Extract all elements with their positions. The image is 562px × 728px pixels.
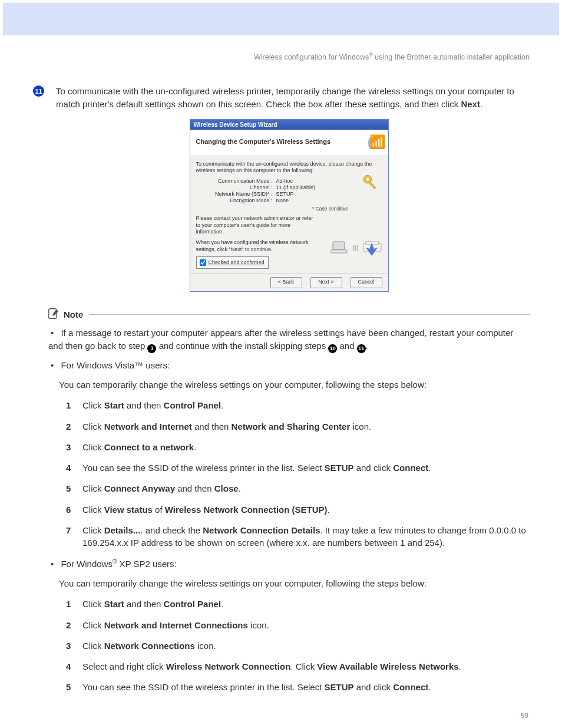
running-header: Wireless configuration for Windows® usin… bbox=[48, 52, 530, 61]
wizard-dialog: Wireless Device Setup Wizard Changing th… bbox=[190, 119, 389, 292]
wizard-body: To communicate with the un-configured wi… bbox=[190, 156, 388, 274]
vista-step-2: Click Network and Internet and then Netw… bbox=[66, 420, 530, 433]
vista-step-7: Click Details.... and check the Network … bbox=[66, 524, 530, 549]
vista-step-3: Click Connect to a network. bbox=[66, 441, 530, 453]
note-item-3: For Windows® XP SP2 users: You can tempo… bbox=[48, 558, 530, 694]
note-3b: XP SP2 users: bbox=[117, 559, 176, 569]
step-number-11: 11 bbox=[33, 85, 44, 97]
vista-intro: You can temporarily change the wireless … bbox=[59, 378, 530, 391]
wifi-waves-icon: ))) bbox=[353, 245, 359, 251]
svg-rect-3 bbox=[333, 242, 345, 250]
wizard-when: When you have configured the wireless ne… bbox=[196, 239, 320, 253]
step-11-text-c: . bbox=[480, 99, 482, 109]
comm-mode-label: Communication Mode : bbox=[196, 178, 276, 184]
note-1b: and continue with the install skipping s… bbox=[156, 341, 328, 351]
comm-mode-value: Ad-hoc bbox=[276, 178, 293, 184]
xp-step-3: Click Network Connections icon. bbox=[66, 640, 530, 652]
next-button[interactable]: Next > bbox=[310, 277, 342, 288]
xp-step-4: Select and right click Wireless Network … bbox=[66, 660, 530, 673]
note-list: If a message to restart your computer ap… bbox=[48, 327, 530, 693]
note-icon bbox=[47, 307, 60, 322]
page-number: 59 bbox=[48, 711, 530, 720]
wizard-header: Changing the Computer's Wireless Setting… bbox=[190, 130, 388, 156]
note-item-1: If a message to restart your computer ap… bbox=[48, 327, 530, 353]
step-11: 11 To communicate with the un-configured… bbox=[48, 85, 530, 111]
checked-confirmed-checkbox[interactable] bbox=[199, 259, 206, 266]
header-band bbox=[3, 3, 559, 35]
note-label: Note bbox=[64, 309, 83, 319]
laptop-printer-icon: ))) bbox=[330, 241, 382, 255]
wizard-contact: Please contact your network administrato… bbox=[196, 215, 314, 236]
xp-step-5: You can see the SSID of the wireless pri… bbox=[66, 681, 530, 693]
ssid-value: SETUP bbox=[276, 191, 294, 197]
svg-point-1 bbox=[366, 177, 369, 180]
note-heading: Note bbox=[47, 307, 530, 322]
case-sensitive-note: * Case sensitive bbox=[279, 206, 382, 212]
vista-steps: Click Start and then Control Panel. Clic… bbox=[66, 399, 530, 549]
xp-intro: You can temporarily change the wireless … bbox=[59, 577, 530, 589]
svg-rect-4 bbox=[330, 250, 347, 253]
registered-mark: ® bbox=[369, 52, 373, 58]
xp-step-1: Click Start and then Control Panel. bbox=[66, 598, 530, 610]
inline-step-3: 3 bbox=[147, 344, 156, 353]
note-item-2: For Windows Vista™ users: You can tempor… bbox=[48, 359, 530, 549]
enc-value: None bbox=[276, 197, 289, 203]
note-3a: For Windows bbox=[61, 559, 113, 569]
channel-label: Channel : bbox=[196, 185, 276, 190]
wizard-intro: To communicate with the un-configured wi… bbox=[196, 161, 382, 174]
laptop-icon bbox=[330, 241, 349, 255]
vista-step-4: You can see the SSID of the wireless pri… bbox=[66, 462, 530, 474]
ssid-label: Network Name (SSID)* : bbox=[196, 191, 276, 197]
vista-step-5: Click Connect Anyway and then Close. bbox=[66, 482, 530, 495]
arrow-icon bbox=[366, 243, 378, 256]
checked-confirmed-label: Checked and confirmed bbox=[209, 259, 265, 265]
note-rule bbox=[89, 314, 530, 315]
vista-step-6: Click View status of Wireless Network Co… bbox=[66, 503, 530, 516]
xp-steps: Click Start and then Control Panel. Clic… bbox=[66, 598, 530, 693]
wizard-heading: Changing the Computer's Wireless Setting… bbox=[196, 138, 331, 146]
note-2: For Windows Vista™ users: bbox=[61, 360, 170, 370]
note-1d: . bbox=[366, 341, 368, 351]
key-icon bbox=[361, 173, 381, 193]
xp-step-2: Click Network and Internet Connections i… bbox=[66, 619, 530, 631]
channel-value: 11 (If applicable) bbox=[276, 185, 316, 190]
inline-step-10: 10 bbox=[328, 344, 337, 353]
enc-label: Encryption Mode : bbox=[196, 197, 276, 203]
cancel-button[interactable]: Cancel bbox=[351, 277, 382, 288]
inline-step-11: 11 bbox=[357, 344, 366, 353]
header-text-b: using the Brother automatic installer ap… bbox=[373, 53, 530, 61]
svg-rect-2 bbox=[368, 182, 375, 189]
wizard-fields: Communication Mode :Ad-hoc Channel :11 (… bbox=[196, 178, 382, 203]
vista-step-1: Click Start and then Control Panel. bbox=[66, 399, 530, 411]
wifi-icon: ((( 📶 bbox=[367, 134, 382, 150]
checked-confirmed-box[interactable]: Checked and confirmed bbox=[196, 256, 269, 269]
wizard-button-row: < Back Next > Cancel bbox=[190, 274, 388, 291]
note-1c: and bbox=[337, 341, 356, 351]
header-text-a: Wireless configuration for Windows bbox=[254, 53, 369, 61]
step-11-bold-next: Next bbox=[461, 99, 480, 109]
step-11-text: To communicate with the un-configured wi… bbox=[56, 85, 530, 111]
wizard-title-bar: Wireless Device Setup Wizard bbox=[190, 120, 388, 130]
back-button[interactable]: < Back bbox=[270, 277, 302, 288]
step-11-text-a: To communicate with the un-configured wi… bbox=[56, 86, 514, 109]
